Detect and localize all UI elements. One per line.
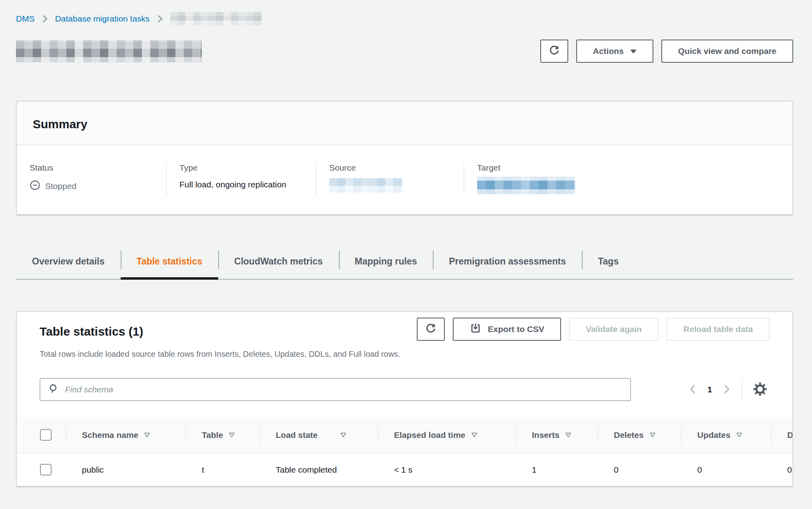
summary-field-target: Target — [464, 163, 792, 196]
current-page-number: 1 — [707, 385, 712, 394]
summary-card-body: Status Stopped Type Full load, ongoing r… — [17, 145, 792, 214]
select-all-checkbox[interactable] — [40, 429, 52, 441]
validate-again-button[interactable]: Validate again — [569, 318, 659, 341]
summary-field-type: Type Full load, ongoing replication — [166, 163, 316, 196]
column-label: Deletes — [614, 430, 644, 439]
summary-card: Summary Status Stopped Type Full load, o… — [16, 101, 793, 215]
dms-task-page: DMS Database migration tasks Actions — [0, 0, 812, 509]
cell-schema-name: public — [66, 453, 185, 486]
reload-table-data-button[interactable]: Reload table data — [667, 318, 770, 341]
cell-table: t — [185, 453, 259, 486]
table-statistics-title: Table statistics (1) — [40, 325, 143, 338]
breadcrumb: DMS Database migration tasks — [16, 12, 793, 26]
breadcrumb-chevron-icon — [42, 14, 48, 23]
export-to-csv-button[interactable]: Export to CSV — [453, 318, 561, 341]
tab-mapping-rules[interactable]: Mapping rules — [339, 244, 433, 279]
search-icon — [48, 384, 59, 396]
column-header-load-state[interactable]: Load state — [259, 417, 378, 453]
refresh-icon — [548, 44, 560, 58]
column-label: Schema name — [82, 430, 138, 439]
status-label: Status — [30, 163, 166, 173]
sort-icon — [144, 430, 150, 439]
column-label: Updates — [697, 430, 730, 439]
target-value-redacted — [477, 177, 575, 194]
target-label: Target — [477, 163, 792, 173]
table-row: public t Table completed < 1 s 1 0 0 0 — [17, 453, 792, 486]
cell-elapsed-load-time: < 1 s — [378, 453, 515, 486]
type-value: Full load, ongoing replication — [179, 180, 316, 189]
tab-table-statistics[interactable]: Table statistics — [121, 244, 218, 279]
chevron-left-icon — [689, 384, 697, 396]
preferences-button[interactable] — [750, 380, 770, 399]
sort-icon — [565, 430, 571, 439]
summary-field-source: Source — [316, 163, 464, 196]
sort-icon — [471, 430, 478, 439]
cell-ddls: 0 — [771, 453, 792, 486]
sort-icon — [340, 430, 346, 439]
tab-cloudwatch-metrics[interactable]: CloudWatch metrics — [218, 244, 339, 279]
page-title-redacted — [16, 40, 202, 62]
tab-bar: Overview details Table statistics CloudW… — [16, 244, 793, 280]
pagination-divider — [742, 378, 742, 401]
type-label: Type — [179, 163, 316, 173]
table-statistics-actions: Export to CSV Validate again Reload tabl… — [417, 318, 770, 341]
table-statistics-description: Total rows include loaded source table r… — [17, 350, 792, 359]
cell-load-state: Table completed — [259, 453, 378, 486]
actions-menu-label: Actions — [593, 46, 624, 56]
stopped-circle-minus-icon — [30, 180, 40, 193]
column-header-schema-name[interactable]: Schema name — [66, 417, 185, 453]
table-statistics-card: Table statistics (1) — [16, 311, 793, 487]
table-filter-row: 1 — [17, 378, 792, 401]
column-label: Load state — [276, 430, 318, 439]
pagination: 1 — [684, 378, 770, 401]
header-actions: Actions Quick view and compare — [540, 40, 793, 63]
row-checkbox[interactable] — [40, 464, 52, 475]
table-refresh-button[interactable] — [417, 318, 445, 341]
column-label: Inserts — [532, 430, 559, 439]
caret-down-icon — [630, 46, 637, 56]
refresh-button[interactable] — [540, 40, 568, 63]
cell-updates: 0 — [681, 453, 771, 486]
download-icon — [470, 322, 482, 336]
column-header-inserts[interactable]: Inserts — [515, 417, 597, 453]
column-header-updates[interactable]: Updates — [681, 417, 771, 453]
sort-icon — [649, 430, 656, 439]
table-statistics-table-container: Schema name Table Load state Elapsed loa… — [17, 417, 792, 486]
status-value: Stopped — [30, 180, 166, 193]
column-label: DDLs — [787, 430, 792, 439]
table-statistics-table: Schema name Table Load state Elapsed loa… — [17, 417, 792, 486]
table-header-row: Schema name Table Load state Elapsed loa… — [17, 417, 792, 453]
chevron-right-icon — [722, 384, 731, 396]
breadcrumb-chevron-icon — [157, 14, 163, 23]
source-label: Source — [329, 163, 464, 173]
column-header-elapsed-load-time[interactable]: Elapsed load time — [378, 417, 515, 453]
sort-icon — [736, 430, 742, 439]
next-page-button[interactable] — [718, 381, 735, 398]
previous-page-button[interactable] — [684, 381, 702, 398]
status-text: Stopped — [45, 181, 76, 191]
refresh-icon — [425, 322, 437, 336]
sort-icon — [229, 430, 235, 439]
cell-inserts: 1 — [515, 453, 597, 486]
tab-tags[interactable]: Tags — [582, 244, 635, 279]
source-value-redacted — [329, 178, 402, 193]
column-header-deletes[interactable]: Deletes — [597, 417, 681, 453]
schema-search-box — [40, 378, 631, 401]
actions-menu-button[interactable]: Actions — [576, 40, 653, 63]
tab-overview-details[interactable]: Overview details — [16, 244, 121, 279]
select-all-header-cell — [17, 417, 66, 453]
breadcrumb-link-dms[interactable]: DMS — [16, 14, 35, 24]
quick-view-compare-button[interactable]: Quick view and compare — [661, 40, 793, 63]
summary-field-status: Status Stopped — [17, 163, 166, 196]
summary-title: Summary — [33, 117, 776, 131]
tab-premigration-assessments[interactable]: Premigration assessments — [433, 244, 582, 279]
row-select-cell — [17, 453, 66, 486]
export-to-csv-label: Export to CSV — [488, 324, 544, 334]
page-header: Actions Quick view and compare — [16, 39, 793, 63]
breadcrumb-current-item-redacted — [170, 12, 262, 26]
column-header-ddls[interactable]: DDLs — [771, 417, 792, 453]
schema-search-input[interactable] — [65, 385, 622, 394]
column-label: Elapsed load time — [394, 430, 466, 439]
column-header-table[interactable]: Table — [185, 417, 259, 453]
breadcrumb-link-migration-tasks[interactable]: Database migration tasks — [55, 14, 150, 24]
